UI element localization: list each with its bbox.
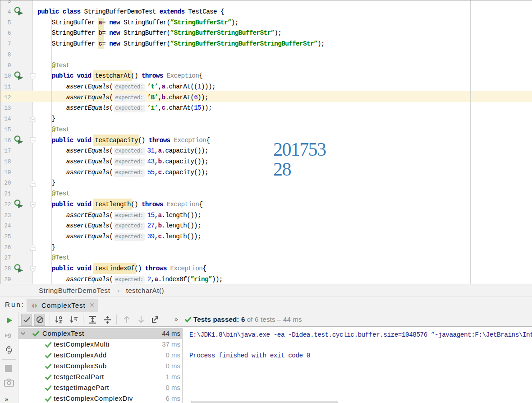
svg-text:9: 9 <box>8 332 11 339</box>
